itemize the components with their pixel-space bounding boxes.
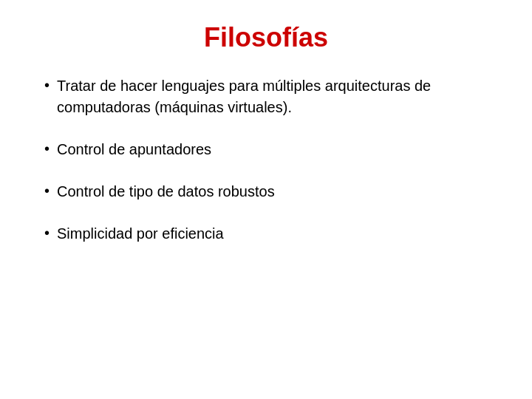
list-item: • Control de tipo de datos robustos [44, 181, 488, 202]
page-title: Filosofías [44, 22, 488, 53]
bullet-text: Simplicidad por eficiencia [57, 223, 224, 245]
bullet-text: Control de apuntadores [57, 139, 211, 160]
bullet-text: Control de tipo de datos robustos [57, 181, 275, 202]
bullet-symbol: • [44, 225, 50, 242]
bullet-symbol: • [44, 140, 50, 157]
bullet-symbol: • [44, 77, 50, 94]
list-item: • Control de apuntadores [44, 139, 488, 160]
list-item: • Simplicidad por eficiencia [44, 223, 488, 245]
list-item: • Tratar de hacer lenguajes para múltipl… [44, 75, 488, 118]
bullet-symbol: • [44, 183, 50, 200]
bullet-text: Tratar de hacer lenguajes para múltiples… [57, 75, 488, 118]
content-area: • Tratar de hacer lenguajes para múltipl… [44, 75, 488, 245]
